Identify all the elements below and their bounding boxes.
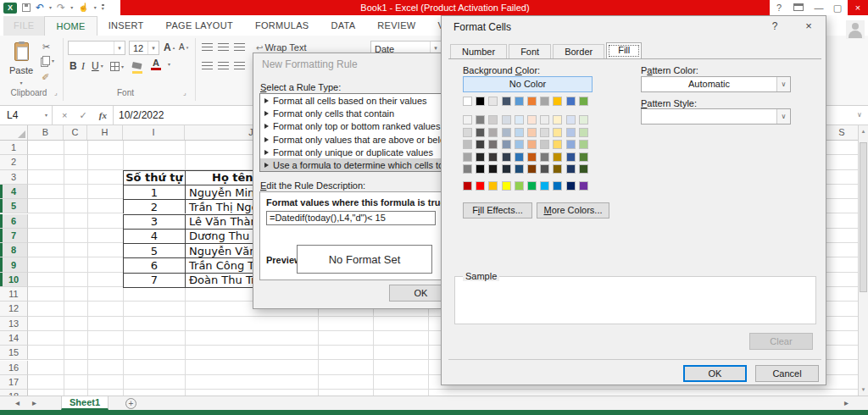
color-swatch-1F3864[interactable]	[566, 164, 576, 174]
color-swatch-404040[interactable]	[476, 140, 485, 149]
cell-stt-5[interactable]: 5	[123, 243, 185, 257]
font-name-dropdown-icon[interactable]: ▾	[114, 42, 125, 54]
color-swatch-7B7B7B[interactable]	[540, 152, 549, 162]
paste-button[interactable]: Paste ▾	[5, 38, 37, 87]
color-swatch-FFFF00[interactable]	[502, 181, 511, 191]
ribbon-tab-home[interactable]: HOME	[44, 16, 97, 36]
pattern-style-dropdown-icon[interactable]: ∨	[776, 109, 790, 124]
color-swatch-3B3838[interactable]	[488, 152, 498, 162]
color-swatch-C6E0B4[interactable]	[579, 128, 588, 137]
row-header-15[interactable]: 15	[0, 346, 28, 360]
formula-bar-expand-icon[interactable]: ∨	[853, 106, 866, 125]
pattern-style-combo[interactable]: ∨	[641, 108, 791, 125]
sheet-nav-left-icon[interactable]: ◂	[15, 396, 19, 410]
vertical-scrollbar[interactable]: ▴ ▾	[858, 125, 868, 396]
sheet-nav-right-icon[interactable]: ▸	[32, 396, 36, 410]
customize-qat-icon[interactable]: ▾	[102, 4, 104, 11]
color-swatch-0D0D0D[interactable]	[476, 164, 485, 174]
align-left-icon[interactable]	[202, 62, 213, 69]
row-header-9[interactable]: 9	[0, 257, 28, 272]
color-swatch-767171[interactable]	[488, 140, 498, 149]
align-top-icon[interactable]	[202, 43, 213, 51]
color-swatch-FFF2CC[interactable]	[553, 115, 562, 125]
row-header-3[interactable]: 3	[0, 170, 28, 185]
color-swatch-F2F2F2[interactable]	[463, 115, 472, 125]
color-swatch-4472C4[interactable]	[566, 97, 576, 106]
fc-close-icon[interactable]: ×	[801, 19, 816, 32]
cell-stt-6[interactable]: 6	[123, 257, 185, 272]
color-swatch-DDEBF7[interactable]	[515, 115, 524, 125]
fill-effects-button[interactable]: Fill Effects...	[463, 202, 532, 219]
color-swatch-833C00[interactable]	[527, 164, 537, 174]
row-header-17[interactable]: 17	[0, 375, 28, 390]
insert-function-icon[interactable]: fx	[99, 110, 107, 120]
rule-type-option-1[interactable]: Format only cells that contain	[260, 107, 442, 119]
color-swatch-EDEDED[interactable]	[540, 115, 549, 125]
close-button[interactable]: ×	[848, 0, 868, 15]
color-swatch-F8CBAD[interactable]	[527, 128, 537, 137]
color-swatch-333F4F[interactable]	[502, 152, 511, 162]
color-swatch-C9C9C9[interactable]	[540, 140, 549, 149]
maximize-button[interactable]: ▢	[829, 0, 846, 15]
color-swatch-ED7D31[interactable]	[527, 97, 537, 106]
row-header-13[interactable]: 13	[0, 317, 28, 331]
color-swatch-C00000[interactable]	[463, 181, 472, 191]
bold-button[interactable]: B	[70, 60, 77, 72]
row-header-11[interactable]: 11	[0, 287, 28, 302]
nfr-ok-button[interactable]: OK	[389, 285, 442, 302]
color-swatch-D6DCE4[interactable]	[502, 115, 511, 125]
color-swatch-A9D08E[interactable]	[579, 140, 588, 149]
help-button[interactable]: ?	[771, 0, 787, 15]
rule-type-option-0[interactable]: Format all cells based on their values	[260, 94, 442, 107]
ribbon-tab-data[interactable]: DATA	[320, 16, 366, 36]
color-swatch-B4C6E7[interactable]	[566, 128, 576, 137]
color-swatch-5B9BD5[interactable]	[515, 97, 524, 106]
color-swatch-8496B0[interactable]	[502, 140, 511, 149]
color-swatch-222B35[interactable]	[502, 164, 511, 174]
format-painter-button[interactable]: ✎	[42, 71, 50, 82]
new-sheet-icon[interactable]	[125, 398, 136, 409]
row-header-6[interactable]: 6	[0, 214, 28, 229]
color-swatch-525252[interactable]	[540, 164, 549, 174]
color-swatch-8EAADB[interactable]	[566, 140, 576, 149]
color-swatch-F4B084[interactable]	[527, 140, 537, 149]
sheet-tab-sheet1[interactable]: Sheet1	[61, 396, 108, 410]
color-swatch-BFBFBF[interactable]	[463, 140, 472, 149]
color-swatch-1F4E79[interactable]	[515, 164, 524, 174]
font-size-dropdown-icon[interactable]: ▾	[147, 42, 159, 54]
ribbon-tab-page-layout[interactable]: PAGE LAYOUT	[155, 16, 244, 36]
color-swatch-92D050[interactable]	[515, 181, 524, 191]
ribbon-tab-insert[interactable]: INSERT	[97, 16, 155, 36]
row-header-7[interactable]: 7	[0, 229, 28, 243]
row-header-8[interactable]: 8	[0, 243, 28, 257]
cut-button[interactable]: ✂	[42, 42, 50, 53]
wrap-text-button[interactable]: ↩Wrap Text	[256, 42, 307, 53]
select-all-corner[interactable]	[0, 125, 28, 140]
rule-type-option-5[interactable]: Use a formula to determine which cells t…	[260, 158, 442, 171]
row-header-4[interactable]: 4	[0, 185, 28, 199]
color-swatch-FFD966[interactable]	[553, 140, 562, 149]
color-swatch-7030A0[interactable]	[579, 181, 588, 191]
no-color-button[interactable]: No Color	[463, 76, 593, 92]
font-name-combo[interactable]: ▾	[68, 41, 125, 55]
color-swatch-375623[interactable]	[579, 164, 588, 174]
column-header-S[interactable]: S	[826, 125, 857, 140]
clipboard-dialog-launcher-icon[interactable]: ⌟	[54, 90, 61, 97]
color-swatch-00B0F0[interactable]	[540, 181, 549, 191]
rule-type-list[interactable]: Format all cells based on their valuesFo…	[259, 93, 442, 172]
row-header-14[interactable]: 14	[0, 331, 28, 346]
fc-tab-number[interactable]: Number	[450, 44, 507, 59]
ribbon-tab-review[interactable]: REVIEW	[366, 16, 426, 36]
color-swatch-FFC000[interactable]	[488, 181, 498, 191]
confirm-entry-icon[interactable]: ✓	[80, 110, 87, 121]
color-swatch-A5A5A5[interactable]	[540, 97, 549, 106]
align-middle-icon[interactable]	[218, 43, 229, 51]
color-swatch-70AD47[interactable]	[579, 97, 588, 106]
color-swatch-808080[interactable]	[463, 164, 472, 174]
ribbon-options-button[interactable]	[790, 0, 807, 15]
color-swatch-262626[interactable]	[476, 152, 485, 162]
ribbon-tab-formulas[interactable]: FORMULAS	[244, 16, 320, 36]
rule-type-option-2[interactable]: Format only top or bottom ranked values	[260, 120, 442, 133]
color-swatch-BDD7EE[interactable]	[515, 128, 524, 137]
color-swatch-A6A6A6[interactable]	[463, 152, 472, 162]
